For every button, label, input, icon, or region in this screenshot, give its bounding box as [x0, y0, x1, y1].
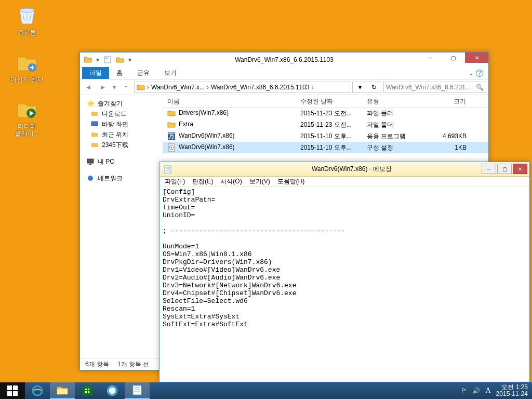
- chevron-right-icon[interactable]: ›: [207, 84, 209, 91]
- svg-rect-24: [83, 386, 92, 395]
- taskbar-store[interactable]: [75, 382, 100, 399]
- search-box[interactable]: 🔍: [383, 82, 486, 93]
- quick-access-toolbar: ▾ ▾: [82, 54, 133, 66]
- start-button[interactable]: [0, 382, 25, 399]
- sidebar-pc[interactable]: 내 PC: [80, 156, 163, 167]
- col-modified[interactable]: 수정한 날짜: [296, 95, 363, 107]
- desktop-icon-label: 머신지 센터: [7, 76, 47, 83]
- breadcrumb-item[interactable]: WanDrv6_Win7.x...: [151, 84, 205, 91]
- close-button[interactable]: ✕: [513, 164, 527, 174]
- taskbar-notepad[interactable]: [125, 382, 150, 399]
- notepad-window: WanDrv6(Win7.x86) - 메모장 ─ ▢ ✕ 파일(F) 편집(E…: [159, 162, 530, 382]
- sidebar-item-downloads[interactable]: 다운로드: [80, 109, 163, 119]
- menu-format[interactable]: 서식(O): [217, 176, 245, 187]
- new-folder-icon[interactable]: [114, 54, 126, 65]
- breadcrumb-item[interactable]: WanDrv6_Win7.x86_6.6.2015.1103: [211, 84, 310, 91]
- tray-volume-icon[interactable]: 🔊: [472, 387, 480, 394]
- svg-rect-23: [57, 389, 68, 394]
- search-input[interactable]: [386, 84, 476, 91]
- star-icon: ⭐: [86, 99, 95, 108]
- sidebar-item-2345[interactable]: 2345下载: [80, 140, 163, 150]
- tab-file[interactable]: 파일: [82, 67, 109, 79]
- expand-ribbon-icon[interactable]: ⌄: [469, 70, 474, 77]
- col-name[interactable]: 이름: [163, 95, 296, 107]
- file-modified: 2015-11-10 오후...: [296, 131, 363, 142]
- desktop-icon[interactable]: 머신지 센터: [7, 50, 47, 83]
- menu-file[interactable]: 파일(F): [162, 176, 188, 187]
- file-type: 구성 설정: [363, 142, 421, 153]
- menu-view[interactable]: 보기(V): [246, 176, 273, 187]
- breadcrumb-root-icon[interactable]: [137, 84, 145, 91]
- maximize-button[interactable]: ▢: [442, 52, 465, 63]
- network-icon: [86, 174, 95, 182]
- exe-icon: 万: [167, 132, 176, 140]
- address-bar: ◄ ► ▾ ↑ › WanDrv6_Win7.x... › WanDrv6_Wi…: [80, 79, 488, 95]
- up-button[interactable]: ↑: [119, 81, 132, 94]
- svg-rect-18: [7, 385, 12, 390]
- search-icon[interactable]: 🔍: [476, 84, 484, 91]
- tab-home[interactable]: 홈: [109, 67, 130, 79]
- recent-dropdown-icon[interactable]: ▾: [111, 81, 117, 94]
- notepad-text-area[interactable]: [Config] DrvExtraPath= TimeOut= UnionID=…: [159, 187, 529, 329]
- file-size: [421, 112, 471, 114]
- help-icon[interactable]: ?: [476, 70, 483, 77]
- minimize-button[interactable]: ─: [482, 164, 496, 174]
- forward-button[interactable]: ►: [97, 81, 109, 94]
- svg-rect-3: [104, 57, 111, 63]
- sidebar-favorites[interactable]: ⭐즐겨찾기: [80, 98, 163, 109]
- file-name: WanDrv6(Win7.x86): [179, 132, 235, 139]
- table-row[interactable]: 万WanDrv6(Win7.x86)2015-11-10 오후...응용 프로그…: [163, 130, 488, 142]
- notepad-titlebar[interactable]: WanDrv6(Win7.x86) - 메모장 ─ ▢ ✕: [159, 162, 529, 177]
- back-button[interactable]: ◄: [82, 81, 95, 94]
- maximize-button[interactable]: ▢: [497, 164, 512, 174]
- minimize-button[interactable]: ─: [418, 52, 442, 63]
- qat-customize-icon[interactable]: ▾: [127, 54, 133, 65]
- file-size: 4,693KB: [421, 131, 471, 141]
- breadcrumb[interactable]: › WanDrv6_Win7.x... › WanDrv6_Win7.x86_6…: [134, 82, 350, 93]
- desktop-icon[interactable]: 미디어플레이...: [7, 97, 47, 137]
- refresh-button[interactable]: ↻: [367, 82, 381, 93]
- tab-view[interactable]: 보기: [157, 67, 184, 79]
- taskbar-explorer[interactable]: [50, 382, 75, 399]
- menu-help[interactable]: 도움말(H): [274, 176, 308, 187]
- tray-clock[interactable]: 오전 1:25 2015-11-24: [496, 384, 528, 397]
- svg-rect-14: [165, 166, 171, 173]
- recycle-icon: [15, 3, 39, 28]
- window-controls: ─ ▢ ✕: [482, 164, 527, 174]
- tray-ime[interactable]: A: [485, 387, 490, 395]
- folder-icon[interactable]: [82, 54, 94, 65]
- folder-icon: [167, 109, 176, 117]
- desktop-icon[interactable]: 휴지통: [7, 3, 47, 36]
- table-row[interactable]: Extra2015-11-23 오전...파일 폴더: [163, 119, 488, 130]
- folder-media-icon: [15, 97, 39, 122]
- table-row[interactable]: WanDrv6(Win7.x86)2015-11-10 오후...구성 설정1K…: [163, 142, 488, 153]
- menu-edit[interactable]: 편집(E): [189, 176, 216, 187]
- sidebar-network[interactable]: 네트워크: [80, 173, 163, 183]
- table-row[interactable]: Drivers(Win7.x86)2015-11-23 오전...파일 폴더: [163, 108, 488, 119]
- sidebar-item-desktop[interactable]: 바탕 화면: [80, 119, 163, 129]
- sidebar: ⭐즐겨찾기 다운로드 바탕 화면 최근 위치 2345下载 내 PC 네트워크: [80, 95, 163, 358]
- svg-rect-27: [133, 385, 141, 395]
- desktop-icon-label: 휴지통: [7, 29, 47, 36]
- download-icon: [90, 110, 99, 118]
- folder-share-icon: [15, 50, 39, 75]
- desktop-icon-label: 미디어플레이...: [7, 123, 47, 137]
- col-size[interactable]: 크기: [421, 95, 471, 107]
- taskbar-ie2[interactable]: [100, 382, 125, 399]
- col-type[interactable]: 유형: [363, 95, 421, 107]
- tab-share[interactable]: 공유: [130, 67, 157, 79]
- explorer-titlebar[interactable]: ▾ ▾ WanDrv6_Win7.x86_6.6.2015.1103 ─ ▢ ✕: [80, 52, 488, 67]
- qat-dropdown-icon[interactable]: ▾: [95, 54, 101, 65]
- properties-icon[interactable]: [102, 54, 113, 65]
- chevron-right-icon[interactable]: ›: [312, 84, 314, 91]
- sidebar-item-recent[interactable]: 최근 위치: [80, 129, 163, 140]
- breadcrumb-dropdown-icon[interactable]: ▾: [352, 82, 367, 93]
- pc-icon: [86, 157, 95, 166]
- chevron-right-icon[interactable]: ›: [147, 84, 149, 91]
- file-name: Extra: [179, 121, 193, 128]
- tray-flag-icon[interactable]: 🏳: [461, 387, 467, 394]
- file-type: 파일 폴더: [363, 108, 421, 119]
- taskbar-ie[interactable]: [25, 382, 50, 399]
- folder-icon: [90, 141, 99, 149]
- close-button[interactable]: ✕: [465, 52, 488, 63]
